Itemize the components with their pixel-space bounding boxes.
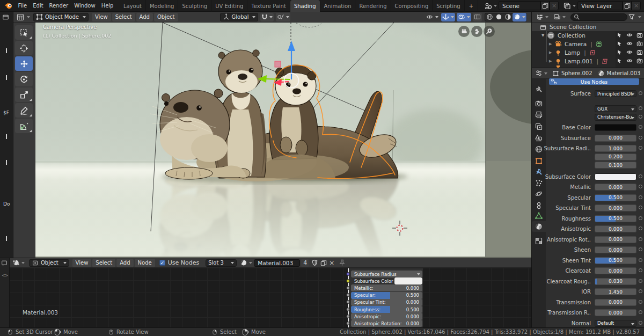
menu-file[interactable]: File [15, 0, 30, 12]
restrict-select-icon[interactable] [616, 32, 623, 39]
prop-field-transmission-r-[interactable]: 0.000 [595, 309, 636, 316]
material-users-button[interactable]: 4 [301, 259, 309, 267]
animate-decorator-dot[interactable] [639, 247, 642, 251]
animate-decorator-dot[interactable] [639, 106, 642, 110]
browse-material-icon[interactable] [240, 259, 247, 266]
outliner-item-label[interactable]: Scene Collection [550, 24, 596, 30]
node-socket-anisotropic-[interactable] [346, 315, 350, 318]
animate-decorator-dot[interactable] [639, 321, 642, 325]
animate-decorator-dot[interactable] [639, 237, 642, 241]
restrict-render-camera-icon[interactable] [636, 58, 643, 64]
scene-browse-chevron-icon[interactable] [494, 5, 497, 7]
menu-render[interactable]: Render [46, 0, 71, 12]
unlink-material-x-icon[interactable]: × [329, 259, 334, 267]
tool-scale-button[interactable] [15, 87, 33, 102]
node-socket-roughness-[interactable] [346, 308, 350, 311]
restrict-select-icon[interactable] [616, 49, 623, 56]
prop-field-transmission[interactable]: 0.000 [595, 299, 636, 306]
editor-type-outliner-icon[interactable] [536, 13, 544, 20]
outliner-row-collection[interactable]: ▼Collection [532, 31, 644, 40]
animate-decorator-dot[interactable] [639, 310, 642, 314]
viewport-3d-view[interactable]: Camera Perspective (1) Collection | Sphe… [13, 23, 531, 258]
editor-type-chevron-icon[interactable] [27, 16, 30, 18]
prop-field-sheen-tint[interactable]: 0.500 [595, 257, 636, 264]
expander-closed-icon[interactable]: ▶ [549, 50, 554, 55]
restrict-hide-eye-icon[interactable] [626, 41, 633, 47]
animate-decorator-dot[interactable] [639, 216, 642, 220]
outliner-item-label[interactable]: Collection [558, 32, 586, 39]
animate-decorator-dot[interactable] [639, 258, 642, 262]
node-row-specular-[interactable]: Specular:0.500 [351, 292, 422, 299]
prop-field-specular[interactable]: 0.500 [595, 194, 636, 201]
node-socket-specular-tint-[interactable] [346, 300, 350, 304]
add-workspace-button[interactable]: + [465, 0, 478, 12]
prop-field-anisotropic-rot-[interactable]: 0.000 [595, 236, 636, 243]
animate-decorator-dot[interactable] [639, 136, 642, 140]
node-row-specular-tint-[interactable]: Specular Tint:0.000 [351, 299, 422, 306]
editor-type-shader-icon[interactable] [12, 259, 20, 266]
prop-field-base-color[interactable] [595, 124, 636, 131]
tool-cursor-button[interactable] [15, 41, 33, 55]
prop-field-specular-tint[interactable]: 0.000 [595, 204, 636, 211]
restrict-select-icon[interactable] [616, 41, 623, 47]
shading-material-button[interactable] [503, 13, 513, 21]
workspace-tab-shading[interactable]: Shading [290, 0, 320, 12]
node-row-metallic-[interactable]: Metallic:0.000 [351, 284, 422, 291]
material-name-field[interactable]: Material.003 [254, 259, 300, 267]
node-editor-canvas[interactable] [10, 268, 531, 327]
restrict-render-camera-icon[interactable] [636, 32, 643, 39]
node-row-subsurface-color[interactable]: Subsurface Color [351, 277, 422, 284]
shader-view-menu[interactable]: View [72, 259, 92, 267]
prop-field-roughness[interactable]: 0.500 [595, 215, 636, 222]
workspace-tab-animation[interactable]: Animation [320, 0, 356, 12]
prop-field-clearcoat-roug-[interactable]: 0.030 [595, 278, 636, 285]
view-layer-copy-button[interactable] [623, 1, 632, 10]
expander-closed-icon[interactable]: ▶ [549, 59, 554, 63]
interaction-mode-dropdown[interactable]: Object Mode [33, 13, 89, 21]
shader-select-menu[interactable]: Select [92, 259, 115, 267]
restrict-hide-eye-icon[interactable] [626, 32, 633, 39]
node-row-roughness-[interactable]: Roughness:0.500 [351, 306, 422, 313]
nav-camera-button[interactable] [458, 26, 470, 37]
node-row-subsurface-radius[interactable]: Subsurface Radius [351, 271, 422, 277]
restrict-render-camera-icon[interactable] [636, 49, 643, 56]
outliner-row-lamp[interactable]: ▶Lamp| [532, 48, 644, 57]
workspace-tab-scripting[interactable]: Scripting [433, 0, 464, 12]
viewport-view-menu[interactable]: View [92, 13, 111, 21]
animate-decorator-dot[interactable] [639, 125, 642, 129]
prop-field-metallic[interactable]: 0.000 [595, 184, 636, 191]
outliner-row-scene-collection[interactable]: Scene Collection [532, 23, 644, 31]
animate-decorator-dot[interactable] [639, 146, 642, 150]
node-socket-anisotropic-rotation-[interactable] [346, 322, 350, 325]
workspace-tab-sculpting[interactable]: Sculpting [178, 0, 211, 12]
animate-decorator-dot[interactable] [639, 300, 642, 304]
tool-select-box-button[interactable] [15, 25, 33, 40]
view-layer-name-field[interactable]: View Layer [577, 1, 623, 10]
outliner-item-label[interactable]: Camera [565, 41, 587, 47]
prop-field-normal[interactable]: Default [595, 320, 636, 327]
nav-zoom-button[interactable] [484, 26, 495, 37]
scene-unlink-button[interactable]: × [550, 1, 559, 10]
animate-decorator-dot[interactable] [639, 206, 642, 209]
snap-toggle[interactable] [260, 13, 274, 21]
expander-closed-icon[interactable]: ▶ [549, 42, 554, 46]
node-socket-subsurface-color[interactable] [346, 279, 350, 283]
workspace-tab-rendering[interactable]: Rendering [355, 0, 391, 12]
prop-field-subsurface-radi--0[interactable]: 1.000 [595, 145, 636, 152]
animate-decorator-dot[interactable] [639, 115, 642, 119]
prop-field-ior[interactable]: 1.450 [595, 288, 636, 295]
blender-logo-icon[interactable] [4, 2, 13, 10]
xray-toggle[interactable] [473, 13, 482, 21]
proportional-editing-toggle[interactable] [276, 13, 290, 21]
material-slot-dropdown[interactable]: Slot 3 [206, 259, 237, 267]
prop-field-christensen-bur-[interactable]: Christensen-Bur.. [595, 114, 636, 121]
restrict-select-icon[interactable] [616, 58, 623, 64]
shading-rendered-button[interactable] [513, 13, 526, 21]
outliner-item-label[interactable]: Lamp.001 [565, 58, 593, 64]
animate-decorator-dot[interactable] [639, 185, 642, 188]
outliner-row-camera[interactable]: ▶Camera| [532, 40, 644, 48]
view-layer-chevron-icon[interactable] [573, 5, 576, 7]
tool-move-button[interactable] [15, 56, 33, 71]
tool-rotate-button[interactable] [15, 72, 33, 86]
workspace-tab-compositing[interactable]: Compositing [391, 0, 433, 12]
